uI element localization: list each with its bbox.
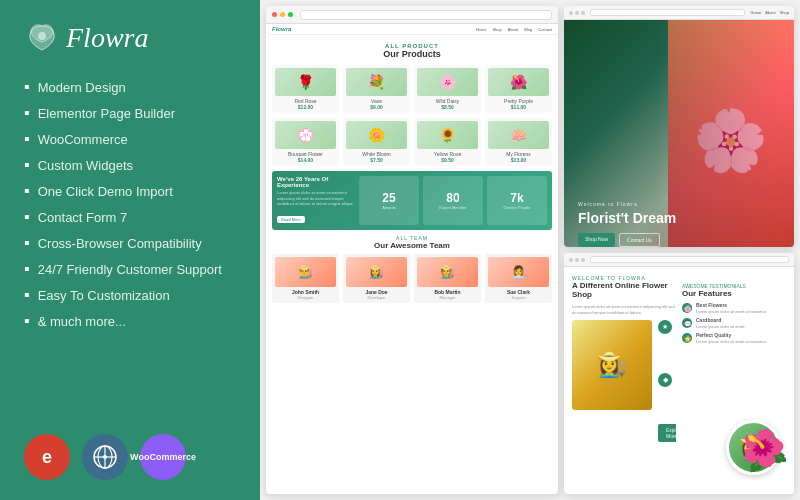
stat-box-2: 80 Expert Member <box>423 176 483 225</box>
product-img-7: 🌻 <box>417 121 478 149</box>
stat-box-3: 7k Garden People <box>487 176 547 225</box>
team-avatar-2: 👩‍🌾 <box>346 257 407 287</box>
stat-box-1: 25 Awards <box>359 176 419 225</box>
product-card-7: 🌻 Yellow Rose $9.50 <box>414 118 481 166</box>
badge-row: e WooCommerce <box>24 434 236 480</box>
screenshot-content: All Product Our Products 🌹 Red Rose $12.… <box>266 35 558 494</box>
feature-item-3: WooCommerce <box>24 130 236 148</box>
mini-browser-bar-top: Home About Shop <box>564 6 794 20</box>
feature-item-6: Contact Form 7 <box>24 208 236 226</box>
hero-title: Florist't Dream <box>578 210 780 227</box>
mini-dot-b3 <box>581 258 585 262</box>
mini-dot-1 <box>569 11 573 15</box>
feature-item-7: Cross-Browser Compatibility <box>24 234 236 252</box>
nav-shop: Shop <box>492 27 501 32</box>
mini-dot-b2 <box>575 258 579 262</box>
explore-more-btn[interactable]: Explore More <box>658 424 676 442</box>
shop-item-2: ◆ Our Team Lorem ipsum dolor sit amet co… <box>658 373 676 414</box>
stats-read-more-btn[interactable]: Read More <box>277 216 305 223</box>
best-flowers-icon: 🌸 <box>682 303 692 313</box>
quality-icon: ⭐ <box>682 333 692 343</box>
feature-2: 💬 Cardboard Lorem ipsum dolor sit amet. <box>682 317 786 329</box>
our-team-icon: ◆ <box>658 373 672 387</box>
feature-item-1: Modern Design <box>24 78 236 96</box>
mini-url <box>590 9 745 16</box>
nav-home: Home <box>476 27 487 32</box>
product-grid-row2: 💮 Bouquet Flower $14.00 🌼 White Bloom $7… <box>272 118 552 166</box>
browser-url <box>300 10 552 20</box>
feature-item-2: Elementor Page Builder <box>24 104 236 122</box>
product-card-5: 💮 Bouquet Flower $14.00 <box>272 118 339 166</box>
feature-item-9: Easy To Customization <box>24 286 236 304</box>
screenshot-nav: Flowra Home Shop About Blog Contact <box>266 24 558 35</box>
shop-items: ★ Our Passion Lorem ipsum dolor sit amet… <box>658 320 676 442</box>
mini-browser-bar-bottom <box>564 253 794 267</box>
maximize-dot <box>288 12 293 17</box>
team-card-3: 🧑‍🌾 Bob Martin Manager <box>414 254 481 303</box>
svg-point-0 <box>38 32 46 40</box>
screenshot-left: Flowra Home Shop About Blog Contact All … <box>266 6 558 494</box>
hero-buttons: Shop Now Contact Us <box>578 233 780 247</box>
hero-subtitle: Welcome to Flowra <box>578 201 780 207</box>
screenshot-features: Welcome To Flowra A Different Online Flo… <box>564 253 794 494</box>
team-card-2: 👩‍🌾 Jane Doe Developer <box>343 254 410 303</box>
hero-contact-btn[interactable]: Contact Us <box>619 233 660 247</box>
feature-items: 🌸 Best Flowers Lorem ipsum dolor sit ame… <box>682 302 786 344</box>
feature-item-4: Custom Widgets <box>24 156 236 174</box>
br-content: Welcome To Flowra A Different Online Flo… <box>564 267 794 494</box>
mini-nav-shop: Shop <box>780 10 789 15</box>
product-img-1: 🌹 <box>275 68 336 96</box>
features-section: Awesome Testimonials Our Features 🌸 Best… <box>682 275 786 480</box>
logo-area: Flowra <box>24 20 236 56</box>
team-avatar-3: 🧑‍🌾 <box>417 257 478 287</box>
feature-3: ⭐ Perfect Quality Lorem ipsum dolor sit … <box>682 332 786 344</box>
stats-text: We've 26 Years Of Experience Lorem ipsum… <box>277 176 355 225</box>
best-flowers-text: Best Flowers Lorem ipsum dolor sit amet … <box>696 302 767 314</box>
hero-shop-btn[interactable]: Shop Now <box>578 233 615 247</box>
team-card-1: 👨‍🌾 John Smith Designer <box>272 254 339 303</box>
cardboard-text: Cardboard Lorem ipsum dolor sit amet. <box>696 317 745 329</box>
shop-section: Welcome To Flowra A Different Online Flo… <box>572 275 676 480</box>
product-img-2: 💐 <box>346 68 407 96</box>
features-list: Modern Design Elementor Page Builder Woo… <box>24 78 236 420</box>
product-card-1: 🌹 Red Rose $12.00 <box>272 65 339 113</box>
mini-url-b <box>590 256 789 263</box>
nav-contact: Contact <box>538 27 552 32</box>
screenshot-right: Home About Shop 🌸 Welcome to Flowra Flor… <box>564 6 794 494</box>
team-avatar-4: 👩‍💼 <box>488 257 549 287</box>
product-img-8: 🪷 <box>488 121 549 149</box>
shop-features: 👩‍🌾 ★ Our Passion Lorem ipsum dolor sit … <box>572 320 676 442</box>
our-passion-icon: ★ <box>658 320 672 334</box>
team-section: All Team Our Awesome Team 👨‍🌾 John Smith… <box>272 235 552 303</box>
mini-dot-2 <box>575 11 579 15</box>
feature-1: 🌸 Best Flowers Lorem ipsum dolor sit ame… <box>682 302 786 314</box>
logo-text: Flowra <box>66 22 148 54</box>
hero-overlay: Welcome to Flowra Florist't Dream Shop N… <box>564 20 794 247</box>
shop-item-1: ★ Our Passion Lorem ipsum dolor sit amet… <box>658 320 676 367</box>
shop-desc: Lorem ipsum dolor sit amet consectetur a… <box>572 304 676 315</box>
product-grid-row1: 🌹 Red Rose $12.00 💐 Vase $9.00 🌸 Wild Da… <box>272 65 552 113</box>
team-card-4: 👩‍💼 Sue Clark Support <box>485 254 552 303</box>
feature-item-8: 24/7 Friendly Customer Support <box>24 260 236 278</box>
nav-about: About <box>508 27 518 32</box>
mini-nav-about: About <box>765 10 775 15</box>
woocommerce-badge: WooCommerce <box>140 434 186 480</box>
feature-item-10: & much more... <box>24 312 236 330</box>
quality-text: Perfect Quality Lorem ipsum dolor sit am… <box>696 332 767 344</box>
logo-icon <box>24 20 60 56</box>
product-img-6: 🌼 <box>346 121 407 149</box>
team-avatar-1: 👨‍🌾 <box>275 257 336 287</box>
product-img-3: 🌸 <box>417 68 478 96</box>
mini-nav: Home About Shop <box>751 10 789 15</box>
product-card-2: 💐 Vase $9.00 <box>343 65 410 113</box>
product-img-5: 💮 <box>275 121 336 149</box>
team-grid: 👨‍🌾 John Smith Designer 👩‍🌾 Jane Doe Dev… <box>272 254 552 303</box>
product-card-6: 🌼 White Bloom $7.50 <box>343 118 410 166</box>
screenshot-hero: Home About Shop 🌸 Welcome to Flowra Flor… <box>564 6 794 247</box>
product-card-3: 🌸 Wild Daisy $8.50 <box>414 65 481 113</box>
product-card-8: 🪷 My Florens $13.00 <box>485 118 552 166</box>
mini-nav-home: Home <box>751 10 762 15</box>
product-img-4: 🌺 <box>488 68 549 96</box>
product-card-4: 🌺 Pretty Purple $11.00 <box>485 65 552 113</box>
hero-image: 🌸 Welcome to Flowra Florist't Dream Shop… <box>564 20 794 247</box>
